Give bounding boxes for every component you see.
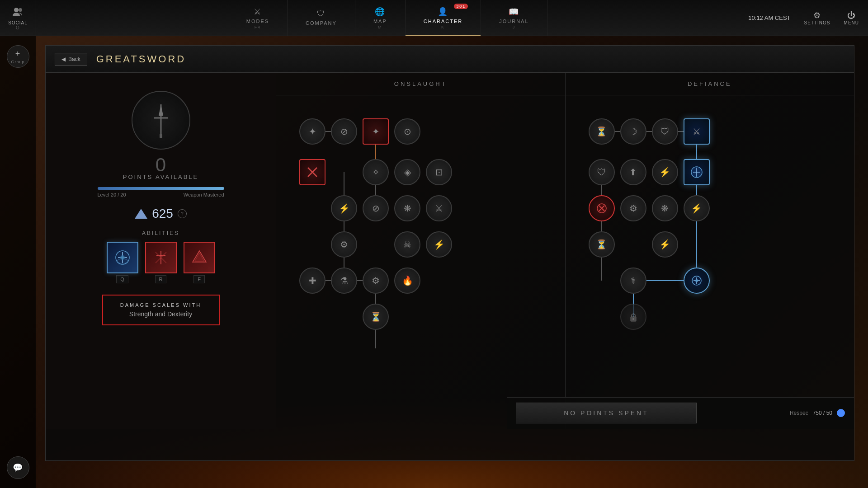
ability-icon-q[interactable] <box>107 242 138 273</box>
journal-nav[interactable]: 📖 JOURNAL J <box>481 0 547 36</box>
settings-button[interactable]: ⚙ SETTINGS <box>804 10 830 25</box>
respec-label: Respec <box>790 410 808 416</box>
back-button[interactable]: ◀ Back <box>55 53 87 66</box>
skill-onslaught-3-4[interactable]: ❋ <box>394 195 420 221</box>
skill-onslaught-2-5[interactable]: ⊡ <box>426 159 452 185</box>
nav-center: ⚔ MODES F4 🛡 COMPANY 🌐 MAP M 301 👤 CHARA… <box>36 0 739 36</box>
points-label: POINTS AVAILABLE <box>123 174 198 180</box>
ability-slot-q: Q <box>107 242 138 283</box>
left-sidebar: + Group 💬 <box>0 36 36 488</box>
group-button[interactable]: + Group <box>7 45 29 68</box>
map-nav[interactable]: 🌐 MAP M <box>355 0 406 36</box>
skill-defiance-1-3[interactable]: 🛡 <box>652 118 678 145</box>
skill-onslaught-1-1[interactable]: ✦ <box>299 118 326 145</box>
skill-onslaught-2-3[interactable]: ✧ <box>363 159 389 185</box>
points-value: 0 <box>156 154 166 176</box>
abilities-row: Q R <box>107 242 215 283</box>
modes-icon: ⚔ <box>254 7 262 17</box>
ability-key-f: F <box>193 275 205 283</box>
ability-r-icon <box>152 249 170 267</box>
score-help-icon[interactable]: ? <box>178 209 187 218</box>
xp-progress-bg <box>98 187 224 190</box>
character-nav[interactable]: 301 👤 CHARACTER K <box>406 0 481 36</box>
skill-defiance-lock[interactable] <box>620 304 646 330</box>
defiance-header: DEFIANCE <box>565 73 854 95</box>
skill-defiance-4-3[interactable]: ⚡ <box>652 231 678 258</box>
respec-row: NO POINTS SPENT Respec 750 / 50 <box>507 397 854 429</box>
skill-onslaught-4-4[interactable]: ⚡ <box>426 231 452 258</box>
defiance-connectors <box>566 95 854 429</box>
menu-button[interactable]: ⏻ MENU <box>844 11 859 25</box>
skill-onslaught-4-1[interactable]: ⚙ <box>331 231 357 258</box>
xp-progress-fill <box>98 187 224 190</box>
skill-defiance-2-4[interactable] <box>684 159 710 185</box>
respec-cost: 750 / 50 <box>813 410 832 416</box>
level-display: Level 20 / 20 <box>98 192 126 197</box>
onslaught-tree: ✦ ⊘ ✦ ⊙ ✧ ◈ ⊡ ⚡ ⊘ ❋ ⚔ ⚙ <box>276 95 565 429</box>
abilities-label: ABILITIES <box>142 230 179 236</box>
skill-onslaught-1-4[interactable]: ⊙ <box>394 118 420 145</box>
onslaught-connectors <box>276 95 565 429</box>
skill-onslaught-1-2[interactable]: ⊘ <box>331 118 357 145</box>
skill-defiance-2-3[interactable]: ⚡ <box>652 159 678 185</box>
ability-q-icon <box>113 249 132 267</box>
company-nav[interactable]: 🛡 COMPANY <box>288 0 355 36</box>
ability-slot-r: R <box>145 242 177 283</box>
skill-defiance-3-1[interactable] <box>589 195 615 221</box>
svg-point-0 <box>14 8 19 12</box>
main-panel: ◀ Back GREATSWORD 0 POINTS AVAILABLE <box>45 45 854 461</box>
greatsword-icon <box>141 100 181 141</box>
respec-currency-icon <box>837 409 845 417</box>
skill-defiance-4-1[interactable]: ⏳ <box>589 231 615 258</box>
character-badge: 301 <box>454 4 468 9</box>
svg-point-36 <box>695 279 698 282</box>
skill-onslaught-3-2[interactable]: ⚡ <box>331 195 357 221</box>
skill-defiance-1-4[interactable]: ⚔ <box>684 118 710 145</box>
bottom-bar: NO POINTS SPENT Respec 750 / 50 <box>507 397 854 429</box>
skill-onslaught-5-4[interactable]: 🔥 <box>394 267 420 294</box>
skill-defiance-3-2[interactable]: ⚙ <box>620 195 646 221</box>
skill-defiance-3-3[interactable]: ❋ <box>652 195 678 221</box>
ability-key-r: R <box>155 275 167 283</box>
skill-tree: ONSLAUGHT DEFIANCE <box>276 73 854 429</box>
skill-onslaught-2-4[interactable]: ◈ <box>394 159 420 185</box>
skill-onslaught-5-2[interactable]: ⚗ <box>331 267 357 294</box>
skill-onslaught-1-3[interactable]: ✦ <box>363 118 389 145</box>
chat-button[interactable]: 💬 <box>7 456 29 479</box>
onslaught-header: ONSLAUGHT <box>276 73 565 95</box>
svg-point-1 <box>19 8 22 12</box>
skill-onslaught-3-3[interactable]: ⊘ <box>363 195 389 221</box>
svg-marker-4 <box>159 104 163 116</box>
svg-point-38 <box>632 318 634 320</box>
ability-slot-f: F <box>184 242 215 283</box>
damage-scales-title: DAMAGE SCALES WITH <box>114 302 208 308</box>
xp-progress-container <box>98 187 224 190</box>
skill-defiance-4-4[interactable]: ⚕ <box>620 267 646 294</box>
skill-defiance-1-1[interactable]: ⏳ <box>589 118 615 145</box>
skill-defiance-2-2[interactable]: ⬆ <box>620 159 646 185</box>
skill-defiance-2-1[interactable]: 🛡 <box>589 159 615 185</box>
skill-defiance-1-2[interactable]: ☽ <box>620 118 646 145</box>
defiance-tree: ⏳ ☽ 🛡 ⚔ 🛡 ⬆ ⚡ <box>565 95 854 429</box>
skill-onslaught-2-1[interactable] <box>299 159 326 185</box>
skill-onslaught-5-1[interactable]: ✚ <box>299 267 326 294</box>
skill-defiance-4-5[interactable] <box>684 267 710 294</box>
map-icon: 🌐 <box>375 7 386 17</box>
skill-defiance-3-4[interactable]: ⚡ <box>684 195 710 221</box>
ability-f-icon <box>190 249 208 267</box>
skill-onslaught-6-3[interactable]: ⏳ <box>363 304 389 330</box>
social-button[interactable]: SOCIAL O <box>0 0 36 36</box>
skill-onslaught-5-3[interactable]: ⚙ <box>363 267 389 294</box>
weapon-status: Weapon Mastered <box>184 192 224 197</box>
skill-onslaught-4-3[interactable]: ☠ <box>394 231 420 258</box>
ability-icon-r[interactable] <box>145 242 177 273</box>
left-info-panel: 0 POINTS AVAILABLE Level 20 / 20 Weapon … <box>46 73 276 429</box>
skill-onslaught-3-5[interactable]: ⚔ <box>426 195 452 221</box>
journal-icon: 📖 <box>509 7 519 17</box>
modes-nav[interactable]: ⚔ MODES F4 <box>228 0 288 36</box>
triangle-icon <box>135 209 147 219</box>
nav-right: 10:12 AM CEST ⚙ SETTINGS ⏻ MENU <box>739 10 868 25</box>
no-points-button[interactable]: NO POINTS SPENT <box>516 403 697 423</box>
ability-icon-f[interactable] <box>184 242 215 273</box>
level-row: Level 20 / 20 Weapon Mastered <box>98 192 224 197</box>
